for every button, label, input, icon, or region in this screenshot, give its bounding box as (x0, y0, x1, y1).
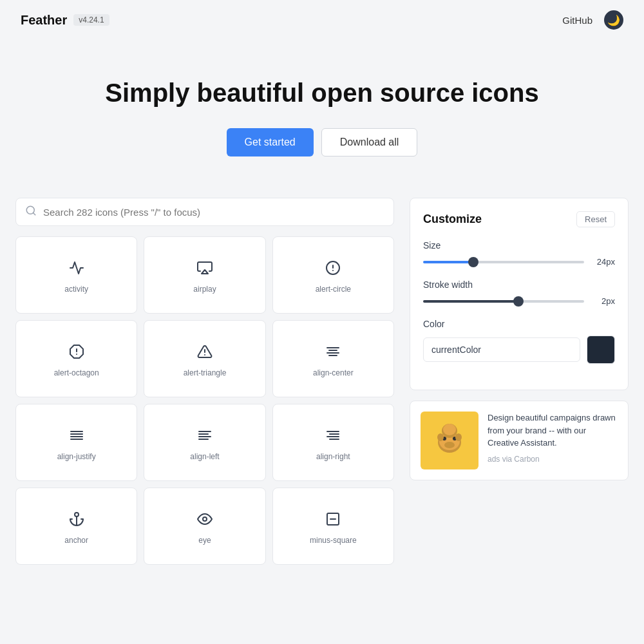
version-badge: v4.24.1 (73, 14, 109, 26)
stroke-slider[interactable] (423, 300, 584, 303)
size-label: Size (423, 240, 615, 251)
icon-card-align-right[interactable]: align-right (272, 404, 394, 481)
ad-image (421, 412, 478, 469)
hero-title: Simply beautiful open source icons (13, 79, 631, 108)
align-right-icon (325, 428, 341, 443)
hero-buttons: Get started Download all (13, 128, 631, 156)
header: Feather v4.24.1 GitHub 🌙 (0, 0, 644, 40)
ad-logo-icon (427, 418, 472, 463)
size-slider-row: 24px (423, 257, 615, 267)
search-input[interactable] (43, 207, 384, 218)
align-justify-icon (69, 428, 84, 443)
stroke-value: 2px (592, 296, 615, 306)
icon-label-airplay: airplay (193, 285, 216, 294)
icon-card-align-left[interactable]: align-left (144, 404, 265, 481)
icon-card-minus-square[interactable]: minus-square (272, 488, 394, 565)
eye-icon (197, 511, 213, 527)
main-content: activity airplay (0, 182, 644, 580)
activity-icon (69, 260, 84, 276)
customize-title: Customize (423, 213, 482, 226)
color-input[interactable] (423, 337, 580, 362)
icon-label-activity: activity (64, 285, 88, 294)
header-right: GitHub 🌙 (562, 10, 623, 30)
ad-text: Design beautiful campaigns drawn from yo… (488, 412, 618, 450)
github-link[interactable]: GitHub (562, 15, 592, 26)
ad-card[interactable]: Design beautiful campaigns drawn from yo… (410, 401, 629, 480)
airplay-icon (197, 260, 213, 276)
icons-grid: activity airplay (15, 236, 394, 565)
svg-point-29 (203, 517, 207, 521)
icon-card-align-center[interactable]: align-center (272, 320, 394, 397)
icon-card-anchor[interactable]: anchor (15, 488, 137, 565)
customize-header: Customize Reset (423, 211, 615, 227)
icon-card-align-justify[interactable]: align-justify (15, 404, 137, 481)
ad-source: ads via Carbon (488, 455, 618, 464)
stroke-label: Stroke width (423, 279, 615, 290)
icon-label-minus-square: minus-square (310, 536, 357, 545)
size-slider[interactable] (423, 261, 584, 263)
icon-label-alert-octagon: alert-octagon (54, 368, 99, 377)
svg-line-1 (33, 213, 35, 214)
align-left-icon (197, 428, 213, 443)
size-value: 24px (592, 257, 615, 267)
ad-content: Design beautiful campaigns drawn from yo… (488, 412, 618, 469)
brand-name: Feather (21, 13, 67, 28)
icon-card-alert-triangle[interactable]: alert-triangle (144, 320, 265, 397)
color-row (423, 336, 615, 364)
icon-label-eye: eye (198, 536, 211, 545)
color-label: Color (423, 319, 615, 329)
icon-label-align-right: align-right (316, 452, 350, 461)
icon-card-airplay[interactable]: airplay (144, 236, 265, 314)
minus-square-icon (325, 511, 341, 527)
svg-marker-2 (202, 270, 208, 274)
color-swatch[interactable] (587, 336, 615, 364)
alert-octagon-icon (69, 344, 84, 359)
icon-label-anchor: anchor (64, 536, 88, 545)
svg-point-41 (455, 433, 462, 441)
alert-circle-icon (325, 260, 341, 276)
icon-label-alert-triangle: alert-triangle (184, 368, 227, 377)
svg-point-40 (437, 433, 444, 441)
stroke-control: Stroke width 2px (423, 279, 615, 306)
svg-point-39 (443, 424, 456, 435)
stroke-slider-row: 2px (423, 296, 615, 306)
left-panel: activity airplay (15, 198, 394, 565)
alert-triangle-icon (197, 344, 213, 359)
moon-icon: 🌙 (607, 14, 620, 26)
size-control: Size 24px (423, 240, 615, 267)
icon-card-activity[interactable]: activity (15, 236, 137, 314)
color-control: Color (423, 319, 615, 364)
dark-mode-button[interactable]: 🌙 (604, 10, 623, 30)
anchor-icon (69, 511, 84, 527)
align-center-icon (325, 344, 341, 359)
icon-label-alert-circle: alert-circle (316, 285, 351, 294)
icon-card-eye[interactable]: eye (144, 488, 265, 565)
right-panel: Customize Reset Size 24px Stroke width 2… (410, 198, 629, 565)
icon-label-align-left: align-left (190, 452, 219, 461)
svg-point-37 (444, 442, 455, 448)
customize-panel: Customize Reset Size 24px Stroke width 2… (410, 198, 629, 390)
icon-label-align-center: align-center (313, 368, 354, 377)
icon-label-align-justify: align-justify (57, 452, 96, 461)
search-icon (25, 205, 37, 219)
search-bar (15, 198, 394, 226)
icon-card-alert-circle[interactable]: alert-circle (272, 236, 394, 314)
icon-card-alert-octagon[interactable]: alert-octagon (15, 320, 137, 397)
download-all-button[interactable]: Download all (321, 128, 418, 156)
header-left: Feather v4.24.1 (21, 13, 109, 28)
hero-section: Simply beautiful open source icons Get s… (0, 40, 644, 182)
reset-button[interactable]: Reset (576, 211, 615, 227)
get-started-button[interactable]: Get started (227, 128, 314, 156)
